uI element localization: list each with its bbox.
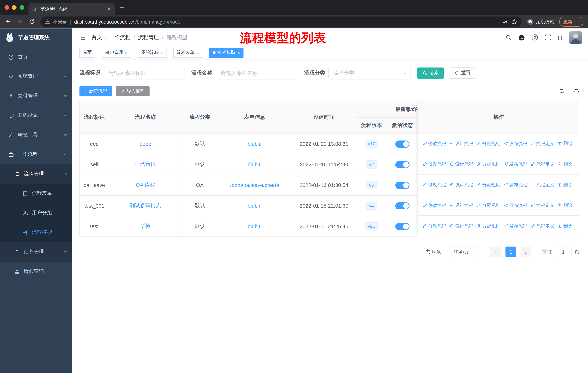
action-delete-link[interactable]: 删除 <box>557 140 572 147</box>
prev-page-button[interactable]: ‹ <box>491 247 501 257</box>
address-bar[interactable]: 不安全 | dashboard.yudao.iocoder.cn/bpm/man… <box>41 17 522 27</box>
current-page[interactable]: 1 <box>505 247 516 257</box>
process-category-select[interactable]: 流程分类 <box>328 67 411 80</box>
action-definition-link[interactable]: 流程定义 <box>531 161 554 167</box>
action-publish-link[interactable]: 发布流程 <box>504 223 527 229</box>
refresh-table-icon[interactable] <box>574 88 579 94</box>
browser-menu-update-button[interactable]: 更新 ⋮ <box>559 17 584 27</box>
version-badge[interactable]: v4 <box>366 202 377 210</box>
window-zoom-button[interactable] <box>20 5 24 10</box>
breadcrumb-home[interactable]: 首页 <box>92 34 102 41</box>
process-name-link[interactable]: 滔博 <box>140 223 151 229</box>
bookmark-star-icon[interactable] <box>511 19 517 25</box>
sidebar-item-home[interactable]: 首页 <box>0 47 72 67</box>
font-size-icon[interactable]: tT <box>557 34 563 40</box>
action-definition-link[interactable]: 流程定义 <box>531 202 554 209</box>
github-icon[interactable] <box>518 34 525 41</box>
fullscreen-icon[interactable] <box>545 34 551 41</box>
form-info-link[interactable]: biubiu <box>248 161 262 168</box>
search-button[interactable]: 搜索 <box>417 67 444 79</box>
action-design-link[interactable]: 设计流程 <box>450 161 473 167</box>
sidebar-item-system[interactable]: 系统管理 <box>0 67 72 86</box>
reload-icon[interactable] <box>28 18 35 25</box>
action-design-link[interactable]: 设计流程 <box>450 140 473 147</box>
forward-icon[interactable] <box>17 18 23 25</box>
tag-close-icon[interactable]: × <box>237 50 240 55</box>
version-badge[interactable]: v2 <box>366 161 377 169</box>
action-edit-link[interactable]: 修改流程 <box>423 161 446 167</box>
sidebar-item-process-form[interactable]: 流程表单 <box>0 184 72 203</box>
version-badge[interactable]: v21 <box>365 222 378 230</box>
process-name-link[interactable]: 自己审批 <box>135 161 156 167</box>
action-edit-link[interactable]: 修改流程 <box>423 202 446 209</box>
reset-button[interactable]: 重置 <box>449 67 476 79</box>
process-name-link[interactable]: 测试多审批人 <box>130 202 161 208</box>
active-toggle[interactable] <box>395 202 409 209</box>
sidebar-toggle-icon[interactable] <box>78 34 85 41</box>
action-assign-link[interactable]: 分配规则 <box>477 140 500 147</box>
next-page-button[interactable]: › <box>521 247 531 257</box>
action-assign-link[interactable]: 分配规则 <box>477 161 500 167</box>
active-toggle[interactable] <box>395 181 409 189</box>
import-process-button[interactable]: 导入流程 <box>116 86 149 96</box>
new-tab-button[interactable]: + <box>120 5 124 10</box>
version-badge[interactable]: v5 <box>366 181 377 189</box>
sidebar-item-payment[interactable]: ¥ 支付管理 <box>0 86 72 106</box>
action-delete-link[interactable]: 删除 <box>557 181 572 188</box>
tag-home[interactable]: 首页 <box>79 48 95 57</box>
version-badge[interactable]: v17 <box>365 140 378 148</box>
search-icon[interactable] <box>505 34 512 41</box>
help-icon[interactable]: ? <box>531 34 538 41</box>
app-logo[interactable]: 芋道管理系统 <box>0 28 72 47</box>
sidebar-item-process-management[interactable]: 流程管理 <box>0 164 72 184</box>
action-definition-link[interactable]: 流程定义 <box>531 223 554 229</box>
browser-tab[interactable]: 芋道管理系统 ✕ <box>28 3 115 15</box>
action-publish-link[interactable]: 发布流程 <box>504 202 527 209</box>
tag-my-process[interactable]: 我的流程× <box>137 48 167 57</box>
breadcrumb-process-management[interactable]: 流程管理 <box>138 34 159 41</box>
active-toggle[interactable] <box>395 223 409 230</box>
sidebar-item-infrastructure[interactable]: 基础设施 <box>0 106 72 125</box>
sidebar-item-leave-query[interactable]: 请假查询 <box>0 262 72 281</box>
tag-process-model[interactable]: 流程模型× <box>209 48 243 57</box>
security-warning-icon[interactable] <box>45 19 50 24</box>
sidebar-item-process-model[interactable]: 流程模型 <box>0 222 72 242</box>
process-name-link[interactable]: eeee <box>139 141 151 147</box>
tag-tenant[interactable]: 租户管理× <box>102 48 131 57</box>
action-design-link[interactable]: 设计流程 <box>450 202 473 209</box>
goto-page-input[interactable] <box>555 247 572 257</box>
password-key-icon[interactable] <box>502 19 508 25</box>
action-delete-link[interactable]: 删除 <box>557 223 572 229</box>
action-assign-link[interactable]: 分配规则 <box>477 202 500 209</box>
sidebar-item-workflow[interactable]: 工作流程 <box>0 145 72 164</box>
user-avatar[interactable] <box>569 31 582 44</box>
action-edit-link[interactable]: 修改流程 <box>423 181 446 188</box>
active-toggle[interactable] <box>395 161 409 168</box>
action-delete-link[interactable]: 删除 <box>557 161 572 167</box>
sidebar-item-task-management[interactable]: 任务管理 <box>0 242 72 262</box>
action-definition-link[interactable]: 流程定义 <box>531 140 554 147</box>
action-definition-link[interactable]: 流程定义 <box>531 181 554 188</box>
breadcrumb-workflow[interactable]: 工作流程 <box>110 34 130 41</box>
tab-close-icon[interactable]: ✕ <box>107 6 111 12</box>
page-size-select[interactable]: 10条/页 <box>450 247 479 257</box>
window-close-button[interactable] <box>5 5 9 10</box>
action-edit-link[interactable]: 修改流程 <box>423 223 446 229</box>
action-design-link[interactable]: 设计流程 <box>450 223 473 229</box>
active-toggle[interactable] <box>395 140 409 147</box>
process-key-input[interactable] <box>104 67 184 80</box>
action-delete-link[interactable]: 删除 <box>557 202 572 209</box>
form-info-link[interactable]: /bpm/oa/leave/create <box>230 182 279 188</box>
action-publish-link[interactable]: 发布流程 <box>504 140 527 147</box>
process-name-link[interactable]: OA 请假 <box>136 182 155 188</box>
tag-close-icon[interactable]: × <box>161 50 164 55</box>
tag-close-icon[interactable]: × <box>125 50 128 55</box>
sidebar-item-user-group[interactable]: 用户分组 <box>0 203 72 222</box>
tag-process-form[interactable]: 流程表单× <box>173 48 203 57</box>
process-name-input[interactable] <box>216 67 297 80</box>
sidebar-item-devtools[interactable]: 研发工具 <box>0 125 72 145</box>
action-publish-link[interactable]: 发布流程 <box>504 161 527 167</box>
action-publish-link[interactable]: 发布流程 <box>504 181 527 188</box>
form-info-link[interactable]: biubiu <box>248 141 262 147</box>
action-assign-link[interactable]: 分配规则 <box>477 223 500 229</box>
